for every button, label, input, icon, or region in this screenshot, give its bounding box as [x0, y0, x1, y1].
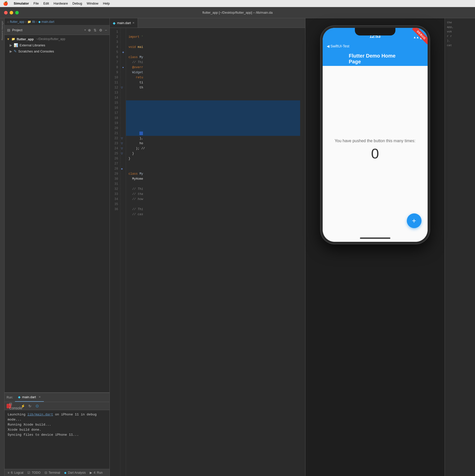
run-tab-main-dart[interactable]: ◆ main.dart ✕	[15, 393, 44, 402]
code-area[interactable]: 12345 678910 1112131415 1617181920 21222…	[110, 28, 305, 476]
menu-window[interactable]: Window	[87, 2, 98, 5]
counter-text: You have pushed the button this many tim…	[335, 139, 415, 143]
editor-tab-main-dart[interactable]: ◆ main.dart ✕	[110, 18, 138, 28]
phone-device: DEBUG 12:53 ▲▲ ▓ ◀ SwiftUI-Test Flu	[321, 26, 430, 244]
window-title: flutter_app [~/Desktop/flutter_app] – /l…	[202, 11, 272, 14]
minimize-panel-icon[interactable]: −	[105, 28, 107, 32]
todo-tab[interactable]: ☑ TODO	[27, 471, 40, 474]
tree-item-scratches[interactable]: ▶ ✎ Scratches and Consoles	[5, 48, 109, 54]
bottom-tabs: Run: ◆ main.dart ✕	[5, 393, 109, 402]
fab-button[interactable]: +	[407, 213, 422, 228]
gutter: ◈ ● ▽ ▽ ▽ ▽ ▽	[120, 28, 126, 476]
bottom-panel: Run: ◆ main.dart ✕ ⊡ Console ⚡ ↻ ⊙ Launc…	[5, 392, 109, 476]
title-bar: flutter_app [~/Desktop/flutter_app] – /l…	[0, 7, 475, 18]
left-activity-strip: Resource Manager	[0, 18, 5, 476]
home-bar	[360, 237, 390, 239]
project-panel: ⌂ flutter_app › 📁 lib › ◆ main.dart ▤ Pr…	[5, 18, 110, 476]
right-panel-text: the app, vok r r ). cat	[447, 20, 473, 48]
dart-file-icon: ◆	[113, 21, 116, 25]
editor-panel: ◆ main.dart ✕ 12345 678910 1112131415 16…	[110, 18, 305, 476]
apple-menu[interactable]: 🍎	[3, 1, 8, 6]
console-line-4: Syncing files to device iPhone 11...	[8, 432, 106, 437]
panel-header: ▤ Project ▾ ⊕ ⇅ ⚙ −	[5, 25, 109, 35]
class-gutter-5[interactable]: ◈	[121, 50, 125, 55]
lightning-icon[interactable]: ⚡	[20, 404, 25, 409]
console-output: Launching lib/main.dart on iPhone 11 in …	[5, 410, 109, 469]
breadcrumb-main-dart[interactable]: main.dart	[42, 20, 54, 24]
menu-simulator[interactable]: Simulator	[14, 2, 29, 5]
status-bar: ≡ 6: Logcat ☑ TODO ⊡ Terminal ◆ Dart Ana…	[5, 469, 109, 476]
breadcrumb-lib[interactable]: lib	[32, 20, 35, 24]
maximize-button[interactable]	[15, 11, 19, 14]
menu-help[interactable]: Help	[103, 2, 110, 5]
tree-item-flutter-app[interactable]: ▼ 📁 flutter_app ~/Desktop/flutter_app	[5, 36, 109, 42]
sync-icon[interactable]: ⇅	[94, 28, 97, 32]
back-button[interactable]: ◀ SwiftUI-Test	[327, 44, 350, 48]
panel-title: Project	[12, 28, 81, 32]
file-tree: ▼ 📁 flutter_app ~/Desktop/flutter_app ▶ …	[5, 35, 109, 392]
menu-debug[interactable]: Debug	[72, 2, 82, 5]
menu-bar: 🍎 Simulator File Edit Hardware Debug Win…	[0, 0, 475, 7]
window-controls	[4, 11, 19, 14]
flutter-appbar: Flutter Demo Home Page	[323, 52, 428, 66]
minimize-button[interactable]	[10, 11, 13, 14]
network-icon[interactable]: ⊙	[34, 404, 40, 409]
counter-number: 0	[371, 145, 379, 162]
phone-notch	[355, 28, 395, 35]
tree-item-external-libs[interactable]: ▶ 📊 External Libraries	[5, 42, 109, 48]
editor-tabs: ◆ main.dart ✕	[110, 18, 305, 28]
add-icon[interactable]: ⊕	[88, 28, 91, 32]
close-tab-icon[interactable]: ✕	[132, 21, 135, 25]
app-title: Flutter Demo Home Page	[349, 53, 401, 65]
right-panel: the app, vok r r ). cat	[445, 18, 475, 476]
terminal-tab[interactable]: ⊡ Terminal	[45, 471, 60, 474]
flutter-body: You have pushed the button this many tim…	[323, 66, 428, 234]
settings-icon[interactable]: ⚙	[99, 28, 102, 32]
resource-manager-tab[interactable]: Resource Manager	[1, 21, 4, 40]
menu-file[interactable]: File	[33, 2, 39, 5]
project-icon: ▤	[7, 28, 10, 32]
console-line-2: Running Xcode build...	[8, 422, 106, 427]
phone-screen: 12:53 ▲▲ ▓ ◀ SwiftUI-Test Flutter Demo H…	[323, 28, 428, 242]
simulator-area: DEBUG 12:53 ▲▲ ▓ ◀ SwiftUI-Test Flu	[305, 18, 445, 476]
dart-analysis-tab[interactable]: ◆ Dart Analysis	[64, 471, 86, 474]
bp-icon-8[interactable]: ●	[121, 65, 125, 70]
breadcrumb: ⌂ flutter_app › 📁 lib › ◆ main.dart	[5, 18, 109, 25]
refresh-icon[interactable]: ↻	[27, 404, 32, 409]
console-line-1: Launching lib/main.dart on iPhone 11 in …	[8, 412, 106, 422]
code-content[interactable]: import ' void mai class My // Thi @overr…	[126, 28, 305, 476]
line-numbers: 12345 678910 1112131415 1617181920 21222…	[110, 28, 120, 476]
debug-banner: DEBUG	[407, 28, 428, 48]
debug-label: DEBUG	[412, 28, 427, 44]
console-tab[interactable]: ⊡ Console	[13, 404, 18, 409]
logcat-tab[interactable]: ≡ 6: Logcat	[8, 471, 23, 474]
console-line-3: Xcode build done.	[8, 427, 106, 432]
run-status-tab[interactable]: ▶ 4: Run	[90, 471, 102, 474]
console-toolbar: ⊡ Console ⚡ ↻ ⊙	[5, 402, 109, 410]
menu-edit[interactable]: Edit	[43, 2, 49, 5]
console-link-main-dart[interactable]: lib/main.dart	[27, 413, 53, 416]
breadcrumb-flutter-app[interactable]: flutter_app	[10, 20, 24, 24]
menu-hardware[interactable]: Hardware	[53, 2, 68, 5]
home-indicator	[323, 234, 428, 242]
close-button[interactable]	[4, 11, 8, 14]
